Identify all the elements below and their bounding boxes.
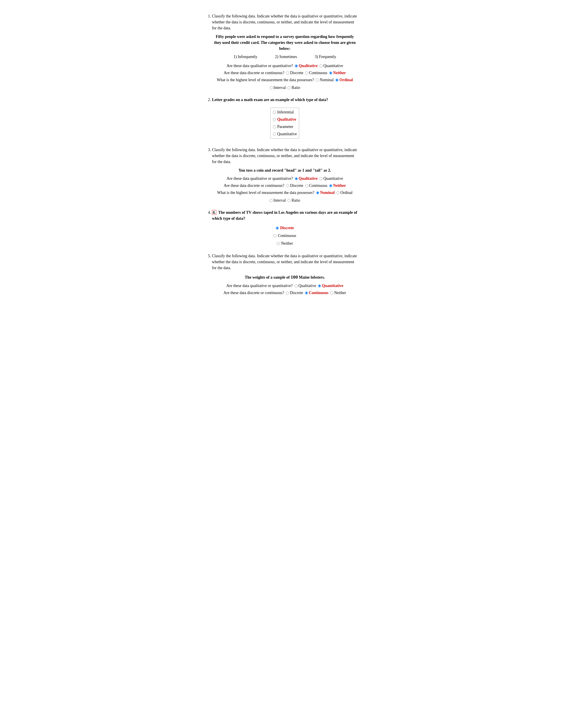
q1-bold-prompt: Fifty people were asked to respond to a …	[212, 34, 358, 52]
q4-continuous-option[interactable]: Continuous	[273, 232, 296, 239]
q1-nominal-label: Nominal	[320, 77, 334, 83]
q1-quantitative-radio[interactable]	[320, 64, 323, 68]
q2-inferential-option[interactable]: Inferential	[273, 109, 297, 116]
q5-continuous-radio[interactable]	[305, 291, 308, 295]
q3-line1: Are these data qualitative or quantitati…	[212, 176, 358, 182]
q1-quantitative-option[interactable]: Quantitative	[320, 63, 343, 69]
q2-inferential-radio[interactable]	[273, 111, 276, 114]
q3-qualitative-option[interactable]: Qualitative	[295, 176, 318, 182]
q3-line2-label: Are these data discrete or continuous?	[224, 183, 284, 189]
q3-ordinal-radio[interactable]	[337, 191, 340, 194]
q1-ordinal-radio[interactable]	[336, 79, 339, 82]
q3-qualitative-radio[interactable]	[295, 177, 298, 180]
q1-line1: Are these data qualitative or quantitati…	[212, 63, 358, 69]
q3-line2: Are these data discrete or continuous? D…	[212, 183, 358, 189]
q3-qualitative-label: Qualitative	[299, 176, 318, 182]
q4-discrete-radio[interactable]	[276, 227, 279, 230]
q1-nominal-radio[interactable]	[316, 79, 319, 82]
q3-nominal-option[interactable]: Nominal	[316, 190, 335, 196]
q3-nominal-label: Nominal	[320, 190, 335, 196]
q3-quantitative-label: Quantitative	[324, 176, 343, 182]
q5-neither-option[interactable]: Neither	[330, 290, 346, 296]
q3-ratio-label: Ratio	[292, 197, 300, 203]
q1-nominal-option[interactable]: Nominal	[316, 77, 334, 83]
q1-line3-label: What is the highest level of measurement…	[217, 77, 314, 83]
q5-neither-radio[interactable]	[330, 291, 334, 295]
q4-discrete-label: Discrete	[280, 225, 294, 231]
q3-quantitative-radio[interactable]	[320, 177, 323, 180]
q3-discrete-option[interactable]: Discrete	[286, 183, 304, 189]
q4-continuous-label: Continuous	[278, 233, 296, 239]
q3-continuous-option[interactable]: Continuous	[305, 183, 328, 189]
q1-line1-label: Are these data qualitative or quantitati…	[226, 63, 293, 69]
q3-quantitative-option[interactable]: Quantitative	[320, 176, 343, 182]
q1-ordinal-label: Ordinal	[339, 77, 353, 83]
q1-continuous-label: Continuous	[309, 70, 328, 76]
q1-ratio-option[interactable]: Ratio	[288, 85, 300, 91]
q5-qualitative-radio[interactable]	[295, 284, 298, 287]
q3-ratio-option[interactable]: Ratio	[288, 197, 300, 203]
q1-category-1: 1) Infrequently	[233, 54, 257, 60]
q3-interval-option[interactable]: Interval	[269, 197, 286, 203]
q5-discrete-radio[interactable]	[286, 291, 289, 295]
q3-line3-label: What is the highest level of measurement…	[217, 190, 314, 196]
q4-number-label: 4.	[212, 210, 216, 215]
q1-ordinal-option[interactable]: Ordinal	[336, 77, 353, 83]
q3-discrete-label: Discrete	[290, 183, 304, 189]
q3-line1-label: Are these data qualitative or quantitati…	[226, 176, 293, 182]
q1-qualitative-option[interactable]: Qualitative	[295, 63, 318, 69]
q2-parameter-option[interactable]: Parameter	[273, 123, 297, 130]
q1-discrete-option[interactable]: Discrete	[286, 70, 304, 76]
q3-continuous-radio[interactable]	[305, 184, 308, 187]
q1-interval-option[interactable]: Interval	[269, 85, 286, 91]
q3-ratio-radio[interactable]	[288, 199, 291, 202]
q1-neither-option[interactable]: Neither	[329, 70, 346, 76]
q5-line2: Are these data discrete or continuous? D…	[212, 290, 358, 296]
q5-intro: Classify the following data. Indicate wh…	[212, 254, 357, 270]
q5-continuous-option[interactable]: Continuous	[305, 290, 329, 296]
q3-interval-label: Interval	[273, 197, 286, 203]
q5-qualitative-option[interactable]: Qualitative	[295, 283, 316, 289]
q2-qualitative-radio[interactable]	[273, 118, 276, 121]
q2-quantitative-option[interactable]: Quantitative	[273, 131, 297, 137]
q1-neither-radio[interactable]	[329, 71, 332, 75]
q3-interval-radio[interactable]	[269, 199, 273, 202]
q1-continuous-radio[interactable]	[305, 71, 308, 75]
q1-line2-label: Are these data discrete or continuous?	[224, 70, 284, 76]
q4-neither-option[interactable]: Neither	[276, 240, 293, 247]
q3-continuous-label: Continuous	[309, 183, 328, 189]
q1-interval-label: Interval	[273, 85, 286, 91]
q1-line2: Are these data discrete or continuous? D…	[212, 70, 358, 76]
q2-quantitative-label: Quantitative	[277, 131, 297, 137]
q3-nominal-radio[interactable]	[316, 191, 319, 194]
q2-choice-box: Inferential Qualitative Parameter Quanti…	[270, 108, 300, 139]
q5-quantitative-radio[interactable]	[318, 284, 321, 287]
q1-ratio-radio[interactable]	[288, 86, 291, 89]
q5-discrete-option[interactable]: Discrete	[286, 290, 303, 296]
q3-discrete-radio[interactable]	[286, 184, 289, 187]
q3-line3: What is the highest level of measurement…	[212, 190, 358, 203]
q2-prompt: Letter grades on a math exam are an exam…	[212, 97, 358, 103]
q1-neither-label: Neither	[333, 70, 346, 76]
q4-continuous-radio[interactable]	[273, 234, 276, 237]
q2-quantitative-radio[interactable]	[273, 133, 276, 136]
q5-quantitative-option[interactable]: Quantitative	[318, 283, 343, 289]
q3-neither-radio[interactable]	[329, 184, 332, 187]
q4-prompt: The numbers of TV shows taped in Los Ang…	[212, 210, 357, 221]
q3-ordinal-option[interactable]: Ordinal	[337, 190, 353, 196]
q1-discrete-label: Discrete	[290, 70, 304, 76]
q2-qualitative-option[interactable]: Qualitative	[273, 116, 297, 123]
q1-continuous-option[interactable]: Continuous	[305, 70, 328, 76]
q1-qualitative-radio[interactable]	[295, 64, 298, 68]
q4-neither-label: Neither	[281, 240, 293, 246]
q2-parameter-radio[interactable]	[273, 125, 276, 128]
q3-neither-option[interactable]: Neither	[329, 183, 346, 189]
q4-neither-radio[interactable]	[276, 242, 280, 245]
q1-discrete-radio[interactable]	[286, 71, 289, 75]
q4-discrete-option[interactable]: Discrete	[276, 225, 294, 231]
q5-quantitative-label: Quantitative	[322, 283, 343, 289]
q1-interval-radio[interactable]	[269, 86, 273, 89]
q1-line3: What is the highest level of measurement…	[212, 77, 358, 91]
q3-ordinal-label: Ordinal	[341, 190, 353, 196]
q1-category-2: 2) Sometimes	[275, 54, 297, 60]
